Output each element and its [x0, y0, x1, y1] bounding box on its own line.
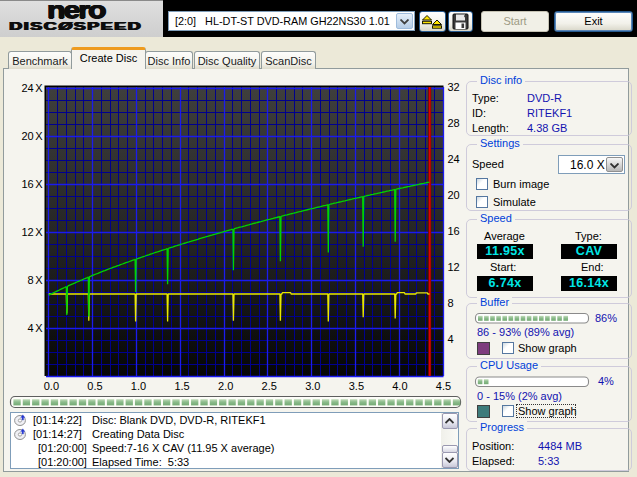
- svg-text:4.0: 4.0: [392, 380, 407, 392]
- svg-text:2.0: 2.0: [218, 380, 233, 392]
- svg-text:8: 8: [448, 297, 454, 309]
- svg-text:3.0: 3.0: [305, 380, 320, 392]
- svg-text:16: 16: [448, 225, 460, 237]
- svg-text:32: 32: [448, 81, 460, 93]
- svg-text:8X: 8X: [28, 274, 44, 286]
- svg-text:4: 4: [448, 333, 454, 345]
- svg-text:24X: 24X: [21, 82, 43, 94]
- svg-text:16X: 16X: [21, 178, 43, 190]
- svg-text:28: 28: [448, 117, 460, 129]
- svg-text:24: 24: [448, 153, 460, 165]
- svg-text:4.5: 4.5: [436, 380, 451, 392]
- svg-text:12: 12: [448, 261, 460, 273]
- svg-text:0.5: 0.5: [87, 380, 102, 392]
- svg-text:1.0: 1.0: [131, 380, 146, 392]
- svg-text:20: 20: [448, 189, 460, 201]
- svg-text:2.5: 2.5: [262, 380, 277, 392]
- svg-text:20X: 20X: [21, 130, 43, 142]
- svg-text:0.0: 0.0: [44, 380, 59, 392]
- svg-text:1.5: 1.5: [174, 380, 189, 392]
- svg-text:4X: 4X: [28, 322, 44, 334]
- svg-text:3.5: 3.5: [349, 380, 364, 392]
- svg-text:12X: 12X: [21, 226, 43, 238]
